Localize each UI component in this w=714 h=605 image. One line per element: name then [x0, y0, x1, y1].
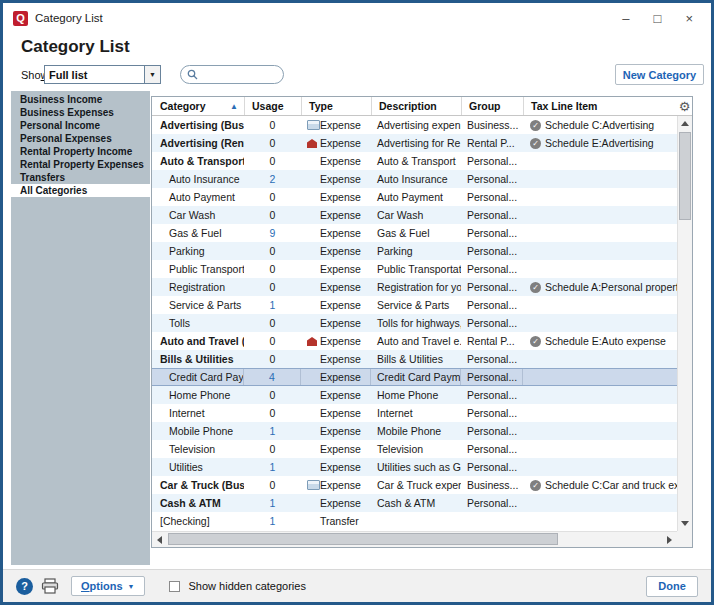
sidebar-item-business-income[interactable]: Business Income: [11, 93, 150, 106]
usage-count[interactable]: 0: [270, 335, 276, 347]
usage-count[interactable]: 0: [270, 119, 276, 131]
cell-category: Auto Payment: [152, 188, 244, 206]
table-row[interactable]: Advertising (Busi... 0 Expense Advertisi…: [152, 116, 679, 134]
cell-type: Expense: [301, 224, 371, 242]
show-hidden-checkbox[interactable]: [169, 581, 180, 592]
cell-type: Expense: [301, 170, 371, 188]
column-header-tax-line[interactable]: Tax Line Item: [523, 97, 677, 115]
table-row[interactable]: Parking 0 Expense Parking Personal...: [152, 242, 679, 260]
usage-count[interactable]: 0: [270, 353, 276, 365]
show-filter-dropdown[interactable]: Full list ▼: [44, 65, 161, 84]
cell-description: Gas & Fuel: [371, 224, 461, 242]
usage-count[interactable]: 0: [270, 281, 276, 293]
sidebar-item-transfers[interactable]: Transfers: [11, 171, 150, 184]
table-row[interactable]: Public Transport... 0 Expense Public Tra…: [152, 260, 679, 278]
usage-count[interactable]: 0: [270, 479, 276, 491]
new-category-button[interactable]: New Category: [615, 64, 704, 85]
cell-group: Personal...: [461, 314, 523, 332]
table-row[interactable]: Service & Parts 1 Expense Service & Part…: [152, 296, 679, 314]
usage-count[interactable]: 1: [270, 425, 276, 437]
maximize-button[interactable]: □: [654, 12, 662, 25]
cell-group: Rental P...: [461, 332, 523, 350]
usage-count[interactable]: 0: [270, 263, 276, 275]
table-row[interactable]: Credit Card Pay... 4 Expense Credit Card…: [152, 368, 679, 386]
usage-count[interactable]: 0: [270, 317, 276, 329]
usage-count[interactable]: 4: [269, 371, 275, 383]
usage-count[interactable]: 0: [270, 407, 276, 419]
sidebar-item-label: Business Expenses: [20, 107, 114, 118]
table-row[interactable]: Internet 0 Expense Internet Personal...: [152, 404, 679, 422]
table-row[interactable]: Auto Payment 0 Expense Auto Payment Pers…: [152, 188, 679, 206]
usage-count[interactable]: 0: [270, 245, 276, 257]
sidebar-item-rental-property-expenses[interactable]: Rental Property Expenses: [11, 158, 150, 171]
search-input[interactable]: [198, 68, 277, 82]
table-row[interactable]: Bills & Utilities 0 Expense Bills & Util…: [152, 350, 679, 368]
scroll-up-icon[interactable]: [678, 117, 692, 130]
usage-count[interactable]: 0: [270, 155, 276, 167]
table-row[interactable]: Television 0 Expense Television Personal…: [152, 440, 679, 458]
table-row[interactable]: Car & Truck (Busi... 0 Expense Car & Tru…: [152, 476, 679, 494]
help-button[interactable]: ?: [16, 578, 33, 595]
usage-count[interactable]: 1: [270, 515, 276, 527]
cell-tax-line: [523, 386, 679, 404]
options-button[interactable]: Options ▼: [71, 576, 145, 596]
table-row[interactable]: Cash & ATM 1 Expense Cash & ATM Personal…: [152, 494, 679, 512]
usage-count[interactable]: 1: [270, 299, 276, 311]
table-row[interactable]: Auto & Transport 0 Expense Auto & Transp…: [152, 152, 679, 170]
usage-count[interactable]: 0: [270, 443, 276, 455]
usage-count[interactable]: 0: [270, 209, 276, 221]
rental-icon: [307, 138, 320, 148]
usage-count[interactable]: 1: [270, 461, 276, 473]
vertical-scroll-thumb[interactable]: [679, 132, 691, 220]
close-button[interactable]: ×: [685, 12, 693, 25]
horizontal-scroll-thumb[interactable]: [168, 533, 558, 545]
cell-category: Television: [152, 440, 244, 458]
column-header-group[interactable]: Group: [461, 97, 523, 115]
print-button[interactable]: [41, 578, 59, 594]
usage-count[interactable]: 1: [270, 497, 276, 509]
table-row[interactable]: Auto and Travel (... 0 Expense Auto and …: [152, 332, 679, 350]
column-header-category[interactable]: Category ▲: [152, 97, 244, 115]
usage-count[interactable]: 2: [270, 173, 276, 185]
minimize-button[interactable]: –: [622, 12, 629, 25]
usage-count[interactable]: 0: [270, 137, 276, 149]
usage-count[interactable]: 0: [270, 191, 276, 203]
cell-type: Expense: [301, 278, 371, 296]
sidebar-item-personal-expenses[interactable]: Personal Expenses: [11, 132, 150, 145]
column-header-type[interactable]: Type: [301, 97, 371, 115]
scroll-left-icon[interactable]: [153, 532, 166, 547]
cell-group: Personal...: [461, 494, 523, 512]
scroll-right-icon[interactable]: [663, 532, 676, 547]
gear-icon[interactable]: ⚙: [677, 97, 692, 115]
sidebar-item-all-categories[interactable]: All Categories: [11, 184, 150, 197]
usage-count[interactable]: 9: [270, 227, 276, 239]
cell-category: Public Transport...: [152, 260, 244, 278]
usage-count[interactable]: 0: [270, 389, 276, 401]
scrollbar-corner: [677, 531, 692, 547]
cell-usage: 0: [244, 386, 301, 404]
sidebar-item-business-expenses[interactable]: Business Expenses: [11, 106, 150, 119]
table-row[interactable]: [Checking] 1 Transfer: [152, 512, 679, 530]
table-row[interactable]: Registration 0 Expense Registration for …: [152, 278, 679, 296]
column-header-description[interactable]: Description: [371, 97, 461, 115]
category-type-icon: [307, 444, 320, 454]
vertical-scrollbar[interactable]: [677, 116, 692, 531]
search-box[interactable]: [180, 65, 284, 84]
table-row[interactable]: Gas & Fuel 9 Expense Gas & Fuel Personal…: [152, 224, 679, 242]
done-button[interactable]: Done: [646, 576, 698, 597]
table-row[interactable]: Auto Insurance 2 Expense Auto Insurance …: [152, 170, 679, 188]
rental-icon: [307, 336, 320, 346]
table-row[interactable]: Mobile Phone 1 Expense Mobile Phone Pers…: [152, 422, 679, 440]
table-row[interactable]: Home Phone 0 Expense Home Phone Personal…: [152, 386, 679, 404]
cell-usage: 1: [244, 458, 301, 476]
table-row[interactable]: Utilities 1 Expense Utilities such as Ga…: [152, 458, 679, 476]
sidebar-item-personal-income[interactable]: Personal Income: [11, 119, 150, 132]
sidebar-item-rental-property-income[interactable]: Rental Property Income: [11, 145, 150, 158]
table-row[interactable]: Advertising (Rental) 0 Expense Advertisi…: [152, 134, 679, 152]
table-row[interactable]: Car Wash 0 Expense Car Wash Personal...: [152, 206, 679, 224]
scroll-down-icon[interactable]: [678, 517, 692, 530]
table-row[interactable]: Tolls 0 Expense Tolls for highways,... P…: [152, 314, 679, 332]
column-header-usage[interactable]: Usage: [244, 97, 301, 115]
horizontal-scrollbar[interactable]: [152, 531, 677, 547]
tax-check-icon: ✓: [530, 336, 541, 347]
